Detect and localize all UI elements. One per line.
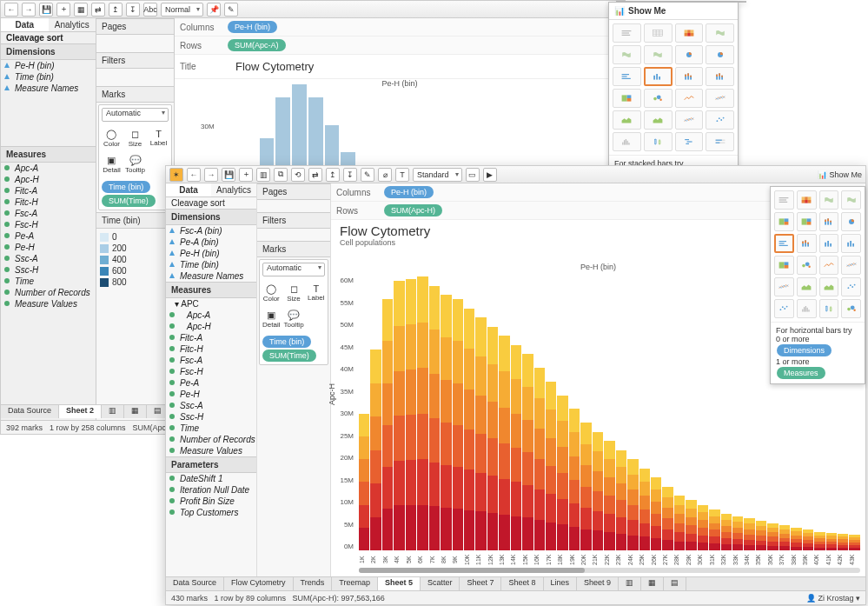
mark-size[interactable]: ◻Size [282, 281, 304, 305]
save-icon[interactable]: 💾 [39, 3, 53, 17]
sort-desc-icon[interactable]: ↧ [343, 168, 357, 182]
sort-desc-icon[interactable]: ↧ [126, 3, 140, 17]
tab-sheet-9[interactable]: Sheet 9 [577, 577, 619, 590]
mark-tooltip[interactable]: 💬Tooltip [282, 307, 304, 331]
field-iteration-null-date[interactable]: Iteration Null Date [166, 484, 256, 496]
mark-label[interactable]: TLabel [307, 281, 326, 305]
showme-title[interactable]: Show Me [628, 6, 666, 16]
save-icon[interactable]: 💾 [222, 168, 235, 182]
field-pe-h[interactable]: Pe-H [166, 389, 256, 400]
showme-vbar-11[interactable] [841, 234, 861, 253]
field-number-of-records[interactable]: Number of Records [1, 287, 96, 298]
field-pe-a-bin-[interactable]: Pe-A (bin) [166, 236, 256, 248]
showme-map-2[interactable] [819, 190, 839, 210]
nav-fwd-icon[interactable]: → [22, 3, 36, 17]
showme-text-0[interactable] [774, 190, 794, 210]
field-time[interactable]: Time [166, 423, 256, 434]
showme-vbar-10[interactable] [819, 234, 839, 253]
showme-hbar-8[interactable] [613, 67, 641, 86]
legend-item-200[interactable]: 200 [100, 243, 170, 254]
tab-flow-cytometry[interactable]: Flow Cytometry [224, 577, 294, 590]
showme-tree-5[interactable] [797, 212, 817, 231]
showme-text-0[interactable] [613, 23, 641, 43]
field-ssc-a[interactable]: Ssc-A [1, 253, 96, 264]
showme-circ-13[interactable] [644, 89, 673, 108]
rows-pill[interactable]: SUM(Apc-H) [384, 204, 442, 216]
swap-icon[interactable]: ⇄ [308, 168, 322, 182]
showme-tree-12[interactable] [774, 256, 794, 275]
marks-type-select[interactable]: Automatic [102, 108, 169, 122]
showme-sbar-9[interactable] [797, 234, 817, 253]
worksheet-icon[interactable]: ▦ [74, 3, 88, 17]
showme-mline-18[interactable] [675, 110, 704, 130]
field-pe-a[interactable]: Pe-A [1, 230, 96, 242]
field-ssc-h[interactable]: Ssc-H [166, 411, 256, 423]
new-dashboard-icon[interactable]: ▦ [641, 577, 664, 590]
pin-icon[interactable]: 📌 [207, 3, 221, 17]
pages-shelf[interactable]: Pages [257, 183, 330, 200]
legend-item-800[interactable]: 800 [100, 276, 170, 288]
showme-table-1[interactable] [644, 23, 673, 43]
field-apc-h[interactable]: Apc-H [1, 174, 96, 185]
showme-mline-15[interactable] [706, 89, 734, 108]
showme-line-14[interactable] [675, 89, 704, 108]
mark-pill-time[interactable]: Time (bin) [262, 336, 311, 348]
measure-folder-apc[interactable]: ▾ APC [166, 298, 256, 310]
showme-map-3[interactable] [706, 23, 734, 43]
showme-pie-7[interactable] [841, 212, 861, 231]
field-pe-h-bin-[interactable]: Pe-H (bin) [1, 60, 96, 71]
mark-detail[interactable]: ▣Detail [101, 152, 123, 176]
filters-shelf[interactable]: Filters [96, 52, 174, 69]
showme-sbar-10[interactable] [675, 67, 704, 86]
showme-sbar-6[interactable] [819, 212, 839, 231]
nav-back-icon[interactable]: ← [187, 168, 201, 182]
label-icon[interactable]: T [395, 168, 409, 182]
rows-pill[interactable]: SUM(Apc-A) [228, 39, 286, 51]
tab-lines[interactable]: Lines [544, 577, 578, 590]
new-sheet-icon[interactable]: ▥ [619, 577, 641, 590]
tab-treemap[interactable]: Treemap [332, 577, 378, 590]
showme-scatter-19[interactable] [706, 110, 734, 130]
logo-icon[interactable]: ✶ [169, 168, 183, 182]
legend-item-0[interactable]: 0 [100, 231, 170, 243]
field-time-bin-[interactable]: Time (bin) [1, 71, 96, 83]
nav-fwd-icon[interactable]: → [204, 168, 218, 182]
new-data-icon[interactable]: ＋ [239, 168, 253, 182]
showme-area-16[interactable] [613, 110, 641, 130]
filters-shelf[interactable]: Filters [257, 212, 330, 229]
status-user[interactable]: 👤 Zi Krostag ▾ [806, 594, 860, 603]
tab-sheet-5[interactable]: Sheet 5 [378, 577, 421, 590]
columns-pill[interactable]: Pe-H (bin) [384, 186, 434, 198]
field-measure-values[interactable]: Measure Values [1, 298, 96, 310]
showme-area-17[interactable] [797, 277, 817, 296]
tab-data-source[interactable]: Data Source [166, 577, 224, 590]
showme-pie-7[interactable] [706, 45, 734, 64]
presentation-icon[interactable]: ▶ [483, 168, 497, 182]
tab-analytics[interactable]: Analytics [49, 18, 96, 31]
showme-heat-1[interactable] [797, 190, 817, 210]
legend-item-400[interactable]: 400 [100, 254, 170, 265]
showme-bullet-23[interactable] [706, 132, 734, 151]
showme-map-3[interactable] [841, 190, 861, 210]
showme-map-4[interactable] [613, 45, 641, 64]
nav-back-icon[interactable]: ← [4, 3, 18, 17]
field-top-customers[interactable]: Top Customers [166, 507, 256, 518]
group-icon[interactable]: ⌀ [378, 168, 392, 182]
field-dateshift-1[interactable]: DateShift 1 [166, 473, 256, 484]
showme-area-17[interactable] [644, 110, 673, 130]
showme-gantt-22[interactable] [675, 132, 704, 151]
tab-trends[interactable]: Trends [294, 577, 333, 590]
fit-select[interactable]: Normal [161, 3, 203, 17]
field-fsc-h[interactable]: Fsc-H [1, 219, 96, 230]
showme-circ-23[interactable] [841, 299, 861, 318]
showme-mline-16[interactable] [774, 277, 794, 296]
fit-select[interactable]: Standard [413, 168, 462, 182]
clear-icon[interactable]: ⟲ [291, 168, 305, 182]
mark-pill-sumtime[interactable]: SUM(Time) [262, 350, 316, 362]
showme-map-5[interactable] [644, 45, 673, 64]
field-profit-bin-size[interactable]: Profit Bin Size [166, 496, 256, 507]
field-time-bin-[interactable]: Time (bin) [166, 259, 256, 270]
tab-data[interactable]: Data [166, 183, 211, 196]
tab-sheet2[interactable]: Sheet 2 [59, 405, 102, 418]
field-pe-h[interactable]: Pe-H [1, 242, 96, 253]
